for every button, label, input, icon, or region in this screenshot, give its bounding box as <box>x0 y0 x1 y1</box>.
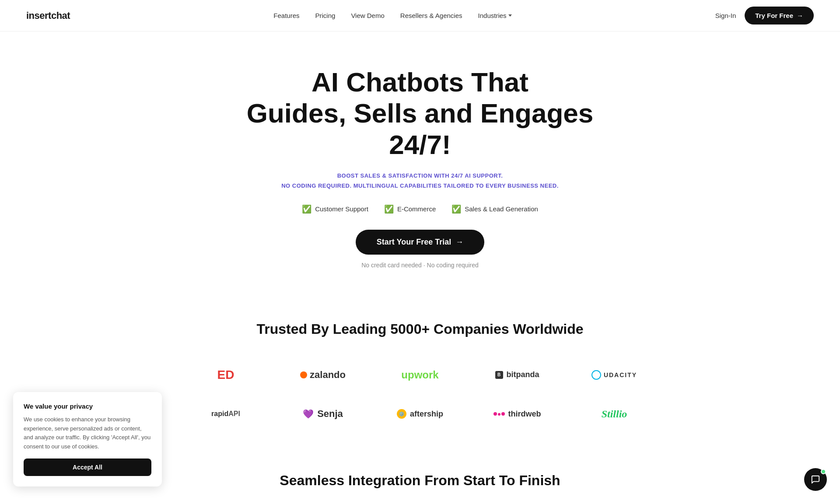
hero-section: AI Chatbots That Guides, Sells and Engag… <box>223 32 617 295</box>
logo-senja: 💜 Senja <box>294 399 352 428</box>
cookie-banner: We value your privacy We use cookies to … <box>13 392 162 486</box>
logo-thirdweb: thirdweb <box>485 401 550 427</box>
check-icon: ✅ <box>384 204 394 214</box>
senja-heart-icon: 💜 <box>303 409 314 419</box>
cookie-accept-button[interactable]: Accept All <box>24 458 151 476</box>
nav-features[interactable]: Features <box>273 12 299 19</box>
hero-note: No credit card needed · No coding requir… <box>232 262 608 269</box>
udacity-icon <box>592 370 601 380</box>
nav-industries[interactable]: Industries <box>478 12 512 19</box>
try-for-free-button[interactable]: Try For Free → <box>745 7 814 24</box>
logo-rapidapi: rapidAPI <box>203 401 249 427</box>
badge-ecommerce: ✅ E-Commerce <box>384 204 436 214</box>
logo-zalando: zalando <box>291 360 354 389</box>
start-free-trial-button[interactable]: Start Your Free Trial → <box>356 230 484 255</box>
trusted-heading: Trusted By Leading 5000+ Companies World… <box>9 321 831 337</box>
site-logo[interactable]: insertchat <box>26 10 70 21</box>
chat-icon <box>811 475 820 484</box>
badge-customer-support: ✅ Customer Support <box>302 204 368 214</box>
bitpanda-icon: B <box>495 371 503 379</box>
chat-widget[interactable] <box>804 468 827 491</box>
logo-ed: ED <box>209 359 243 391</box>
logo-upwork: upwork <box>392 360 447 390</box>
logo-stillio: Stillio <box>593 399 636 429</box>
signin-link[interactable]: Sign-In <box>715 12 736 19</box>
cookie-body: We use cookies to enhance your browsing … <box>24 415 151 452</box>
check-icon: ✅ <box>452 204 461 214</box>
nav-resellers[interactable]: Resellers & Agencies <box>400 12 462 19</box>
nav-links: Features Pricing View Demo Resellers & A… <box>273 12 511 19</box>
logos-grid: ED zalando upwork B bitpanda UDACITY rap… <box>179 359 661 429</box>
aftership-icon: ⚙️ <box>397 409 406 419</box>
chevron-down-icon <box>508 14 512 17</box>
hero-subtitle: BOOST SALES & SATISFACTION WITH 24/7 AI … <box>232 171 608 191</box>
navbar: insertchat Features Pricing View Demo Re… <box>0 0 840 32</box>
logo-aftership: ⚙️ aftership <box>388 400 452 427</box>
hero-badges: ✅ Customer Support ✅ E-Commerce ✅ Sales … <box>232 204 608 214</box>
chat-online-indicator <box>821 469 826 474</box>
nav-view-demo[interactable]: View Demo <box>351 12 384 19</box>
check-icon: ✅ <box>302 204 312 214</box>
thirdweb-icon <box>494 412 505 416</box>
nav-pricing[interactable]: Pricing <box>315 12 336 19</box>
zalando-icon <box>300 371 307 378</box>
nav-right: Sign-In Try For Free → <box>715 7 814 24</box>
logo-udacity: UDACITY <box>583 361 646 388</box>
logo-bitpanda: B bitpanda <box>486 361 548 388</box>
hero-headline: AI Chatbots That Guides, Sells and Engag… <box>232 66 608 160</box>
cookie-title: We value your privacy <box>24 402 151 410</box>
badge-sales: ✅ Sales & Lead Generation <box>452 204 538 214</box>
